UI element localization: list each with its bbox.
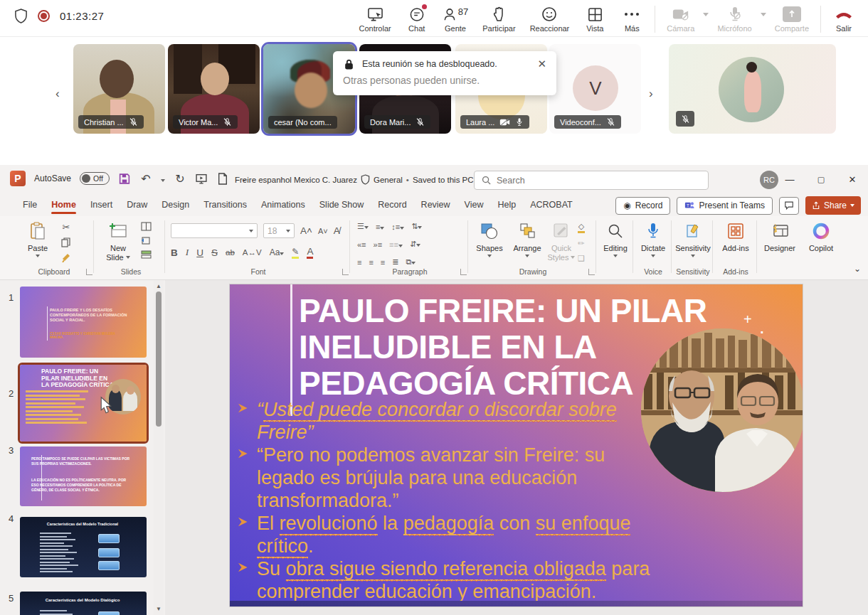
align-center-icon[interactable]: ≡ [369, 258, 373, 267]
quick-styles-button[interactable]: QuickStyles [546, 220, 576, 262]
collapse-ribbon-icon[interactable]: ⌄ [854, 264, 861, 274]
participant-tile-large[interactable] [669, 44, 836, 134]
designer-button[interactable]: Designer [760, 220, 800, 252]
bullets-icon[interactable]: ☰ [357, 222, 369, 231]
ribbon-tab-design[interactable]: Design [154, 195, 196, 214]
cut-icon[interactable]: ✂ [61, 222, 71, 232]
toolbar-people-button[interactable]: 87Gente [435, 3, 475, 36]
toolbar-react-button[interactable]: Reaccionar [523, 3, 577, 36]
toolbar-view-button[interactable]: Vista [576, 3, 613, 36]
autosave-toggle[interactable]: Off [80, 172, 110, 185]
saved-state-label[interactable]: Saved to this PC [413, 176, 474, 184]
minimize-button[interactable]: — [774, 165, 805, 193]
slide-thumbnail-1[interactable]: PAULO FREIRE Y LOS DESAFÍOS CONTEMPORÁNE… [20, 287, 147, 358]
strike-icon[interactable]: S [211, 247, 218, 258]
redo-icon[interactable]: ↻ [174, 172, 186, 186]
line-spacing-icon[interactable]: ↕≡ [391, 223, 404, 231]
comments-button[interactable] [779, 197, 799, 215]
shape-outline-icon[interactable]: ✏ [578, 239, 585, 248]
main-slide[interactable]: + . PAULO FREIRE: UN PILAR INELUDIBLE EN… [230, 284, 803, 606]
record-button[interactable]: ◉Record [615, 197, 670, 215]
panel-scrollbar[interactable]: ▲ ▼ [154, 280, 164, 615]
participant-tile[interactable]: Christian ... [73, 44, 165, 134]
shape-effects-icon[interactable]: ❑ [578, 254, 585, 263]
clear-format-icon[interactable]: A̸ [334, 225, 340, 236]
char-spacing-icon[interactable]: A↔V [243, 248, 262, 257]
smartart-icon[interactable]: ⧉ [406, 257, 416, 267]
drawing-dialog-launcher[interactable] [588, 269, 595, 275]
font-color-icon[interactable]: A [307, 246, 313, 259]
participant-tile[interactable]: Victor Ma... [168, 44, 260, 134]
slide-thumbnail-2[interactable]: PAULO FREIRE: UN PILAR INELUDIBLE EN LA … [20, 365, 147, 442]
ribbon-tab-home[interactable]: Home [44, 195, 83, 214]
slideshow-icon[interactable] [195, 173, 208, 185]
toolbar-leave-button[interactable]: Salir [825, 3, 862, 36]
shape-fill-icon[interactable]: ◇ [578, 222, 585, 233]
ribbon-tab-review[interactable]: Review [414, 195, 457, 214]
paragraph-dialog-launcher[interactable] [460, 269, 467, 275]
slide-thumbnail-3[interactable]: PERO TAMPOCO SE PUEDE CULPAR LAS VICTIMA… [20, 446, 147, 506]
present-in-teams-button[interactable]: T Present in Teams [677, 197, 773, 215]
ribbon-tab-transitions[interactable]: Transitions [196, 195, 254, 214]
slide-thumbnail-5[interactable]: Características del Modelo Dialógico [20, 592, 147, 615]
highlight-icon[interactable]: ✎ [292, 247, 299, 259]
bold-icon[interactable]: B [171, 247, 178, 258]
strikethrough-icon[interactable]: ab [226, 248, 235, 257]
grow-font-icon[interactable]: A˄ [300, 225, 312, 236]
ribbon-tab-view[interactable]: View [457, 195, 491, 214]
dictate-button[interactable]: Dictate [635, 220, 672, 257]
indent-increase-icon[interactable]: »≡ [374, 240, 383, 249]
share-button[interactable]: Share [805, 196, 861, 215]
new-file-icon[interactable] [216, 173, 229, 185]
font-dialog-launcher[interactable] [342, 269, 349, 275]
text-direction-icon[interactable]: ⇵ [410, 240, 420, 249]
ribbon-tab-file[interactable]: File [16, 195, 44, 214]
toolbar-control-button[interactable]: Controlar [351, 3, 398, 36]
save-icon[interactable] [118, 173, 131, 185]
shapes-button[interactable]: Shapes [472, 220, 507, 257]
ribbon-tab-insert[interactable]: Insert [83, 195, 120, 214]
close-notification-icon[interactable]: ✕ [537, 58, 546, 70]
format-painter-icon[interactable] [61, 252, 71, 262]
reset-icon[interactable] [141, 236, 151, 245]
toolbar-chat-button[interactable]: Chat [398, 3, 435, 36]
participant-tile[interactable]: VVideoconf... [549, 44, 641, 134]
columns-icon[interactable]: ≡≡ [389, 240, 403, 249]
justify-icon[interactable]: ≣ [392, 257, 398, 267]
arrange-button[interactable]: Arrange [509, 220, 545, 257]
font-size-combo[interactable]: 18 [263, 223, 295, 238]
ribbon-tab-animations[interactable]: Animations [254, 195, 312, 214]
ribbon-tab-acrobat[interactable]: ACROBAT [523, 195, 580, 214]
close-button[interactable]: ✕ [837, 165, 868, 193]
editing-button[interactable]: Editing [598, 220, 633, 257]
toolbar-more-button[interactable]: Más [613, 3, 650, 36]
sensitivity-button[interactable]: Sensitivity [673, 220, 713, 257]
section-icon[interactable] [141, 250, 152, 259]
indent-decrease-icon[interactable]: «≡ [357, 240, 366, 249]
toolbar-raise-button[interactable]: Participar [475, 3, 522, 36]
slide-thumbnail-4[interactable]: Características del Modelo Tradicional [20, 517, 147, 577]
font-name-combo[interactable] [171, 223, 258, 238]
scroll-left-icon[interactable]: ‹ [55, 87, 60, 101]
maximize-button[interactable]: ▢ [805, 165, 837, 193]
new-slide-button[interactable]: NewSlide [100, 220, 137, 262]
shrink-font-icon[interactable]: A˅ [318, 227, 328, 235]
italic-icon[interactable]: I [186, 247, 189, 258]
align-right-icon[interactable]: ≡ [381, 258, 385, 267]
undo-icon[interactable]: ↶ [139, 172, 152, 186]
search-input[interactable]: Search [474, 171, 709, 190]
underline-icon[interactable]: U [196, 247, 203, 258]
copilot-button[interactable]: Copilot [803, 220, 840, 252]
paste-button[interactable]: Paste [21, 220, 54, 257]
ribbon-tab-help[interactable]: Help [490, 195, 523, 214]
numbering-icon[interactable]: ≡ [376, 223, 384, 231]
layout-icon[interactable] [141, 222, 152, 231]
clipboard-dialog-launcher[interactable] [86, 269, 92, 275]
sort-icon[interactable]: ⇅ [411, 222, 422, 231]
ribbon-tab-draw[interactable]: Draw [120, 195, 154, 214]
scroll-right-icon[interactable]: › [649, 87, 653, 101]
sensitivity-general-label[interactable]: General [374, 176, 403, 184]
copy-icon[interactable] [61, 237, 71, 247]
ribbon-tab-record[interactable]: Record [371, 195, 413, 214]
change-case-icon[interactable]: Aa [270, 247, 285, 257]
